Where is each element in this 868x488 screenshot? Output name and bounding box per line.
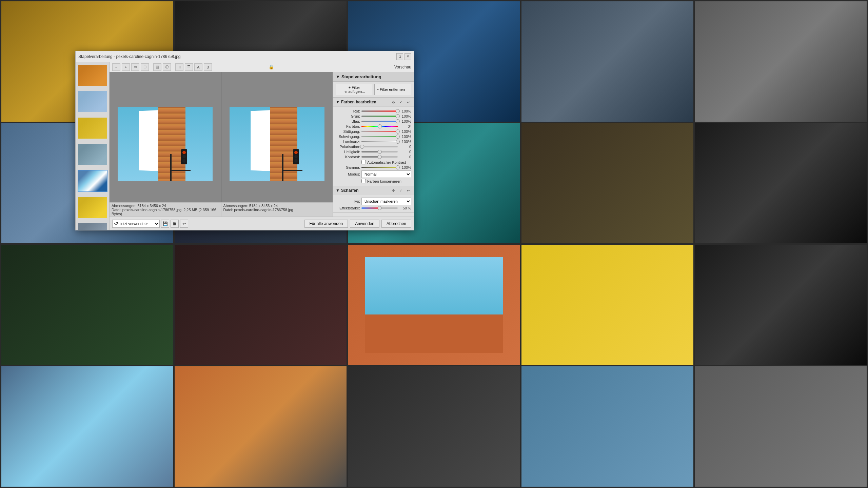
zoom-out-button[interactable]: − bbox=[112, 63, 120, 71]
bg-cell bbox=[695, 366, 867, 487]
thumbnail-item[interactable] bbox=[78, 90, 107, 113]
dialog-controls: □ ✕ bbox=[396, 53, 411, 60]
preview-info-left: Abmessungen: 5184 x 3456 x 24 Datei: pex… bbox=[110, 203, 221, 217]
rot-slider[interactable] bbox=[361, 110, 398, 112]
photo-scene-right bbox=[230, 107, 324, 181]
schaerfen-section-header[interactable]: ▼ Schärfen ⚙ ✓ ↩ bbox=[333, 186, 414, 195]
preview-info-right: Abmessungen: 5184 x 3456 x 24 Datei: pex… bbox=[221, 203, 333, 217]
bottom-bar: <Zuletzt verwendet> 💾 🗑 ↩ Für alle anwen… bbox=[110, 217, 414, 230]
pause-button[interactable]: ⏸ bbox=[175, 63, 183, 71]
typ-select[interactable]: Unscharf maskieren Gauss Richtungsbasier… bbox=[361, 198, 411, 205]
saettigung-slider[interactable] bbox=[361, 131, 398, 132]
schwingung-slider[interactable] bbox=[361, 136, 398, 137]
fit-all-button[interactable]: ⊡ bbox=[141, 63, 149, 71]
gamma-slider-row: Gamma: 100% bbox=[336, 165, 411, 169]
farbton-slider[interactable] bbox=[361, 126, 398, 127]
zoom-in-button[interactable]: + bbox=[122, 63, 130, 71]
bg-cell bbox=[521, 245, 693, 365]
dialog-body: Entfernen − + ▭ ⊡ ▤ ⓘ ⏸ ☰ A B 🔒 Vorschau bbox=[76, 62, 414, 230]
thumbnail-item[interactable] bbox=[78, 117, 107, 139]
remove-filter-button[interactable]: − Filter entfernen bbox=[374, 84, 412, 95]
gamma-slider[interactable] bbox=[361, 167, 398, 168]
preset-select[interactable]: <Zuletzt verwendet> bbox=[112, 220, 160, 228]
farben-section-actions: ⚙ ✓ ↩ bbox=[390, 99, 411, 105]
cancel-button[interactable]: Abbrechen bbox=[381, 220, 411, 228]
main-area: Abmessungen: 5184 x 3456 x 24 Datei: pex… bbox=[110, 72, 414, 217]
thumbnail-item[interactable] bbox=[78, 196, 107, 219]
saettigung-slider-row: Sättigung: 100% bbox=[336, 129, 411, 134]
schwingung-value: 100% bbox=[399, 135, 411, 139]
polarisation-slider-row: Polarisation: 0 bbox=[336, 145, 411, 149]
compare-h-button[interactable]: ☰ bbox=[185, 63, 193, 71]
compare-a-button[interactable]: A bbox=[194, 63, 202, 71]
thumbnail-item[interactable] bbox=[78, 223, 107, 230]
bg-cell bbox=[695, 1, 867, 122]
save-preset-button[interactable]: 💾 bbox=[161, 220, 169, 228]
farben-reset-button[interactable]: ↩ bbox=[405, 99, 411, 105]
effekt-label: Effektstärke: bbox=[336, 206, 360, 210]
schaerfen-reset-button[interactable]: ↩ bbox=[405, 187, 411, 194]
thumbnail-item[interactable] bbox=[78, 64, 107, 86]
preview-right-dimensions: Abmessungen: 5184 x 3456 x 24 bbox=[223, 204, 331, 208]
delete-preset-button[interactable]: 🗑 bbox=[171, 220, 179, 228]
close-button[interactable]: ✕ bbox=[405, 53, 411, 60]
luminanz-slider-row: Luminanz: 100% bbox=[336, 140, 411, 144]
bg-cell bbox=[695, 245, 867, 365]
schaerfen-check-button[interactable]: ✓ bbox=[398, 187, 404, 194]
effekt-slider[interactable] bbox=[361, 207, 398, 209]
blau-slider[interactable] bbox=[361, 121, 398, 122]
preview-left-dimensions: Abmessungen: 5184 x 3456 x 24 bbox=[112, 204, 219, 208]
rot-value: 100% bbox=[399, 109, 411, 113]
schaerfen-settings-button[interactable]: ⚙ bbox=[390, 187, 396, 194]
typ-label: Typ: bbox=[336, 199, 360, 203]
helligkeit-slider[interactable] bbox=[361, 151, 398, 152]
kontrast-slider[interactable] bbox=[361, 156, 398, 158]
maximize-button[interactable]: □ bbox=[396, 53, 403, 60]
farben-section-title: ▼ Farben bearbeiten bbox=[336, 100, 376, 104]
apply-button[interactable]: Anwenden bbox=[350, 220, 379, 228]
section-collapse-arrow: ▼ bbox=[336, 100, 340, 104]
auto-kontrast-checkbox[interactable] bbox=[361, 160, 366, 164]
bg-cell bbox=[521, 123, 693, 243]
preview-split bbox=[110, 72, 333, 202]
gruen-slider[interactable] bbox=[361, 116, 398, 117]
histogram-button[interactable]: ▤ bbox=[153, 63, 161, 71]
gruen-slider-row: Grün: 100% bbox=[336, 114, 411, 118]
farben-section-header[interactable]: ▼ Farben bearbeiten ⚙ ✓ ↩ bbox=[333, 98, 414, 107]
effekt-value: 50 % bbox=[399, 206, 411, 210]
thumbnail-item[interactable] bbox=[78, 143, 107, 166]
compare-b-button[interactable]: B bbox=[204, 63, 212, 71]
farbton-value: 0° bbox=[399, 124, 411, 128]
polarisation-label: Polarisation: bbox=[336, 145, 360, 149]
fit-width-button[interactable]: ▭ bbox=[131, 63, 139, 71]
typ-row: Typ: Unscharf maskieren Gauss Richtungsb… bbox=[336, 198, 411, 205]
farben-settings-button[interactable]: ⚙ bbox=[390, 99, 396, 105]
farben-konservieren-row: Farben konservieren bbox=[336, 179, 411, 183]
section-collapse-arrow: ▼ bbox=[336, 188, 340, 193]
rot-slider-row: Rot: 100% bbox=[336, 109, 411, 113]
panel-header-title: Stapelverarbeitung bbox=[341, 74, 381, 79]
bg-cell bbox=[521, 1, 693, 122]
preview-image-right bbox=[221, 72, 333, 202]
bottom-right: Für alle anwenden Anwenden Abbrechen bbox=[304, 220, 412, 228]
gamma-value: 100% bbox=[399, 165, 411, 169]
preview-image-left bbox=[110, 72, 221, 202]
modus-select[interactable]: Normal Multiply Screen Overlay bbox=[361, 170, 411, 178]
lock-button[interactable]: 🔒 bbox=[268, 63, 275, 71]
farben-section: ▼ Farben bearbeiten ⚙ ✓ ↩ bbox=[333, 98, 414, 186]
dialog-title: Stapelverarbeitung - pexels-caroline-cag… bbox=[78, 54, 181, 59]
auto-kontrast-row: Automatischer Kontrast bbox=[336, 160, 411, 164]
reset-button[interactable]: ↩ bbox=[180, 220, 188, 228]
info-button[interactable]: ⓘ bbox=[163, 63, 171, 71]
farben-konservieren-label: Farben konservieren bbox=[367, 179, 401, 183]
farben-konservieren-checkbox[interactable] bbox=[361, 179, 366, 183]
polarisation-slider[interactable] bbox=[361, 146, 398, 147]
add-filter-button[interactable]: + Filter hinzufügen... bbox=[336, 84, 373, 95]
preview-info-bar: Abmessungen: 5184 x 3456 x 24 Datei: pex… bbox=[110, 202, 333, 217]
right-panel: ▼ Stapelverarbeitung + Filter hinzufügen… bbox=[333, 72, 414, 217]
luminanz-slider[interactable] bbox=[361, 141, 398, 142]
thumbnail-item-active[interactable] bbox=[78, 170, 107, 192]
apply-all-button[interactable]: Für alle anwenden bbox=[304, 220, 348, 228]
farben-check-button[interactable]: ✓ bbox=[398, 99, 404, 105]
gruen-label: Grün: bbox=[336, 114, 360, 118]
